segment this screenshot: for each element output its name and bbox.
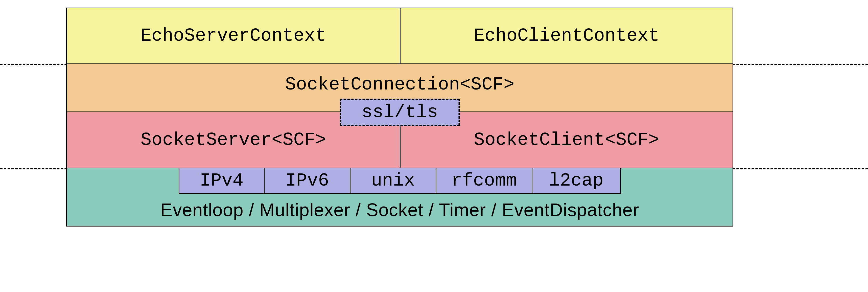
box-echo-server-context: EchoServerContext <box>67 8 400 63</box>
box-ssl-tls: ssl/tls <box>340 98 460 126</box>
protocol-unix: unix <box>350 168 436 194</box>
base-label: Eventloop / Multiplexer / Socket / Timer… <box>67 194 733 226</box>
layer-diagram: EchoServerContext EchoClientContext Sock… <box>66 7 733 227</box>
protocol-ipv4: IPv4 <box>179 168 265 194</box>
row-base: IPv4 IPv6 unix rfcomm l2cap Eventloop / … <box>66 168 733 227</box>
protocol-rfcomm: rfcomm <box>436 168 532 194</box>
protocol-ipv6: IPv6 <box>265 168 350 194</box>
protocol-strip: IPv4 IPv6 unix rfcomm l2cap <box>67 168 733 194</box>
protocol-l2cap: l2cap <box>532 168 621 194</box>
box-echo-client-context: EchoClientContext <box>400 8 733 63</box>
row-contexts: EchoServerContext EchoClientContext <box>66 7 733 64</box>
